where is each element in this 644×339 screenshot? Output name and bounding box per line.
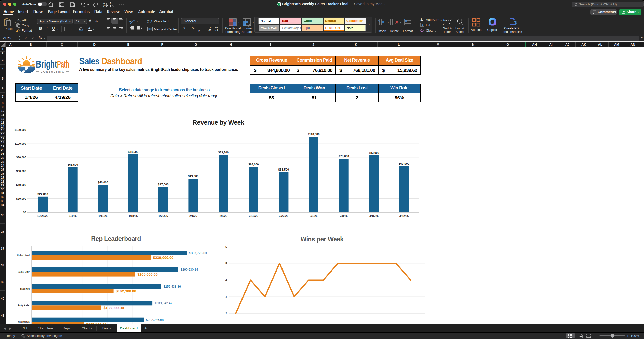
svg-text:Michael Reed: Michael Reed	[17, 254, 30, 257]
svg-text:$40,000: $40,000	[16, 183, 26, 186]
svg-text:3: 3	[225, 295, 227, 298]
svg-text:1/11/26: 1/11/26	[98, 214, 107, 217]
svg-text:1/18/26: 1/18/26	[129, 214, 138, 217]
svg-text:Sarah Kim: Sarah Kim	[20, 287, 30, 290]
svg-text:$40,000: $40,000	[98, 181, 108, 184]
svg-text:2/22/26: 2/22/26	[279, 214, 288, 217]
svg-text:$78,000: $78,000	[339, 155, 349, 158]
svg-text:Daniel Ortiz: Daniel Ortiz	[18, 270, 30, 273]
svg-text:$58,500: $58,500	[278, 168, 289, 171]
svg-text:1/4/26: 1/4/26	[69, 214, 77, 217]
svg-text:$290,630.14: $290,630.14	[181, 268, 198, 272]
svg-text:$49,000: $49,000	[188, 175, 199, 178]
svg-text:4: 4	[225, 279, 227, 282]
svg-text:$67,000: $67,000	[399, 162, 409, 165]
svg-text:2/8/26: 2/8/26	[220, 214, 227, 217]
svg-text:$205,000.00: $205,000.00	[137, 272, 158, 276]
svg-text:$222,246.58: $222,246.58	[146, 318, 164, 322]
svg-text:2/15/26: 2/15/26	[249, 214, 258, 217]
svg-text:$80,000: $80,000	[16, 156, 26, 159]
svg-text:$83,000: $83,000	[369, 151, 379, 154]
svg-text:$65,500: $65,500	[68, 163, 78, 166]
svg-text:$20,000: $20,000	[16, 197, 26, 200]
svg-text:$60,000: $60,000	[16, 170, 26, 173]
svg-text:2: 2	[225, 312, 227, 315]
svg-text:$100,000: $100,000	[15, 142, 26, 145]
svg-text:6: 6	[225, 245, 227, 248]
svg-text:5: 5	[225, 262, 227, 265]
svg-text:1/25/26: 1/25/26	[158, 214, 168, 217]
svg-text:Alex Morgan: Alex Morgan	[18, 320, 30, 323]
svg-text:$256,438.36: $256,438.36	[163, 285, 181, 288]
svg-text:$120,000: $120,000	[15, 128, 26, 131]
svg-text:$66,000: $66,000	[248, 163, 259, 166]
svg-text:$84,500: $84,500	[128, 150, 138, 153]
svg-text:12/28/25: 12/28/25	[37, 214, 48, 217]
svg-text:$138,000.00: $138,000.00	[104, 306, 124, 310]
svg-text:$236,000.00: $236,000.00	[153, 256, 173, 260]
svg-text:$83,500: $83,500	[218, 151, 229, 154]
svg-text:$110,000: $110,000	[308, 133, 319, 136]
svg-text:$37,000: $37,000	[158, 183, 169, 186]
svg-text:$162,300.00: $162,300.00	[116, 289, 136, 293]
svg-text:Emily Foster: Emily Foster	[18, 304, 30, 307]
svg-text:$239,342.47: $239,342.47	[155, 301, 172, 305]
svg-text:3/8/26: 3/8/26	[340, 214, 348, 217]
svg-text:$22,800: $22,800	[37, 193, 48, 196]
svg-text:2/1/26: 2/1/26	[189, 214, 197, 217]
svg-text:3/1/26: 3/1/26	[310, 214, 318, 217]
svg-text:$307,726.03: $307,726.03	[189, 251, 207, 255]
svg-text:$0: $0	[23, 211, 26, 214]
svg-text:3/15/26: 3/15/26	[369, 214, 379, 217]
svg-text:3/22/26: 3/22/26	[399, 214, 409, 217]
